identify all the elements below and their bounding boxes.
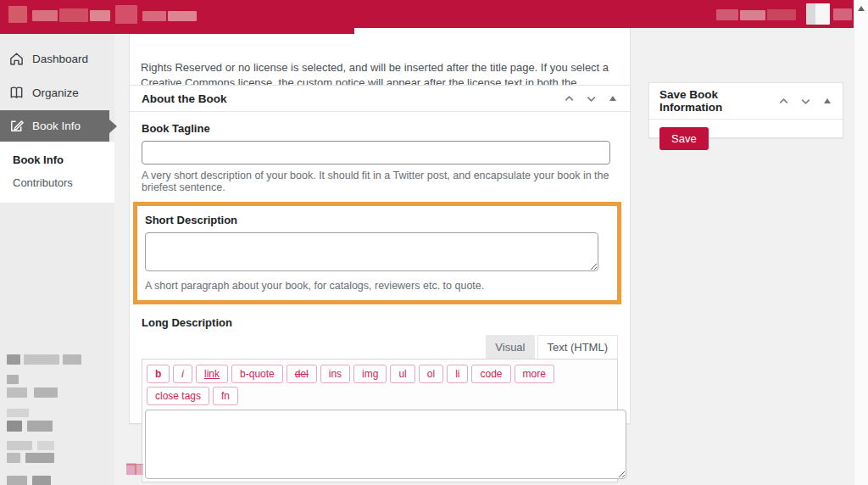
sidebar: Dashboard Organize Book Info Book Info C…	[0, 28, 114, 485]
redacted-block	[716, 9, 738, 20]
quicktag-i-button[interactable]: i	[173, 365, 192, 383]
quicktag-ol-button[interactable]: ol	[419, 365, 443, 383]
move-up-icon[interactable]	[562, 92, 576, 105]
tab-visual[interactable]: Visual	[486, 335, 534, 359]
redacted-block	[25, 453, 54, 463]
sidebar-item-label: Dashboard	[32, 53, 88, 65]
redacted-block	[142, 11, 166, 21]
redacted-block	[115, 5, 137, 24]
panel-title: Save Book Information	[659, 88, 776, 114]
collapse-toggle-icon[interactable]	[821, 94, 834, 108]
redacted-block	[27, 421, 53, 432]
quicktag-ul-button[interactable]: ul	[390, 365, 415, 383]
redacted-block	[24, 354, 59, 365]
redacted-block	[63, 354, 81, 365]
redacted-block	[59, 8, 88, 22]
quicktag-more-button[interactable]: more	[515, 365, 554, 383]
quicktag-link-button[interactable]: link	[196, 365, 228, 383]
sidebar-item-label: Organize	[32, 86, 79, 99]
sidebar-item-label: Book Info	[32, 120, 81, 132]
save-button[interactable]: Save	[659, 127, 709, 150]
save-book-information-panel: Save Book Information Save	[648, 82, 843, 138]
redacted-block	[90, 10, 110, 21]
editor-box: bilinkb-quotedelinsimgulollicodemoreclos…	[142, 359, 618, 482]
edit-icon	[8, 118, 25, 134]
short-description-label: Short Description	[145, 214, 609, 226]
redacted-block	[37, 441, 54, 450]
book-tagline-input[interactable]	[142, 141, 610, 164]
avatar[interactable]	[806, 3, 830, 25]
redacted-block	[833, 8, 852, 20]
editor-tabs: Visual Text (HTML)	[142, 335, 618, 359]
sidebar-subitem-book-info[interactable]: Book Info	[0, 148, 114, 171]
quicktags-toolbar: bilinkb-quotedelinsimgulollicodemoreclos…	[142, 360, 617, 410]
quicktag-fn-button[interactable]: fn	[213, 387, 238, 405]
quicktag-close-tags-button[interactable]: close tags	[147, 387, 209, 405]
content-area: Rights Reserved or no license is selecte…	[114, 28, 854, 485]
screen: Dashboard Organize Book Info Book Info C…	[0, 0, 868, 485]
move-down-icon[interactable]	[584, 92, 598, 105]
short-description-highlight-box: Short Description A short paragraph abou…	[133, 202, 621, 304]
redacted-block	[7, 453, 20, 463]
collapse-toggle-icon[interactable]	[606, 92, 620, 105]
redacted-block	[767, 9, 796, 20]
redacted-block	[7, 375, 19, 384]
admin-bar-redaction-bleed	[0, 28, 354, 34]
sidebar-item-dashboard[interactable]: Dashboard	[0, 43, 114, 75]
redacted-block	[7, 387, 27, 398]
quicktag-code-button[interactable]: code	[471, 365, 510, 383]
scrollbar[interactable]	[854, 0, 868, 485]
redacted-block	[32, 476, 51, 485]
long-description-label: Long Description	[142, 316, 618, 329]
quicktag-img-button[interactable]: img	[353, 365, 387, 383]
scrollbar-up-arrow-icon[interactable]	[858, 6, 865, 11]
redacted-block	[168, 11, 197, 21]
redacted-block	[740, 10, 765, 20]
redacted-block	[7, 441, 32, 450]
move-down-icon[interactable]	[798, 94, 812, 108]
book-info-submenu: Book Info Contributors	[0, 142, 114, 203]
panel-title: About the Book	[142, 92, 227, 105]
save-panel-header: Save Book Information	[649, 83, 843, 120]
sidebar-item-book-info[interactable]: Book Info	[0, 110, 109, 142]
admin-bar	[0, 0, 854, 28]
redacted-block	[7, 354, 20, 365]
about-the-book-panel: About the Book Book Tagline A very short…	[129, 85, 631, 424]
sidebar-subitem-contributors[interactable]: Contributors	[0, 171, 114, 194]
tab-text-html[interactable]: Text (HTML)	[537, 335, 619, 359]
long-description-editor: Visual Text (HTML) bilinkb-quotedelinsim…	[142, 335, 618, 482]
redacted-block	[7, 421, 22, 432]
quicktag-ins-button[interactable]: ins	[320, 365, 350, 383]
quicktag-b-button[interactable]: b	[147, 365, 170, 383]
redacted-block	[34, 387, 58, 398]
sidebar-item-organize[interactable]: Organize	[0, 77, 114, 109]
short-description-textarea[interactable]	[145, 232, 598, 271]
move-up-icon[interactable]	[776, 94, 790, 108]
book-tagline-help: A very short description of your book. I…	[142, 170, 618, 193]
quicktag-li-button[interactable]: li	[447, 365, 468, 383]
redacted-block	[7, 409, 29, 417]
about-panel-header: About the Book	[130, 86, 630, 112]
redacted-block	[32, 10, 58, 21]
redacted-block	[8, 6, 27, 23]
quicktag-b-quote-button[interactable]: b-quote	[231, 365, 283, 383]
redacted-block	[126, 465, 135, 475]
home-icon	[8, 51, 25, 67]
quicktag-del-button[interactable]: del	[287, 365, 317, 383]
short-description-help: A short paragraph about your book, for c…	[145, 280, 609, 292]
redacted-block	[7, 476, 27, 485]
long-description-textarea[interactable]	[145, 410, 626, 479]
book-icon	[8, 85, 25, 101]
book-tagline-label: Book Tagline	[142, 122, 618, 135]
